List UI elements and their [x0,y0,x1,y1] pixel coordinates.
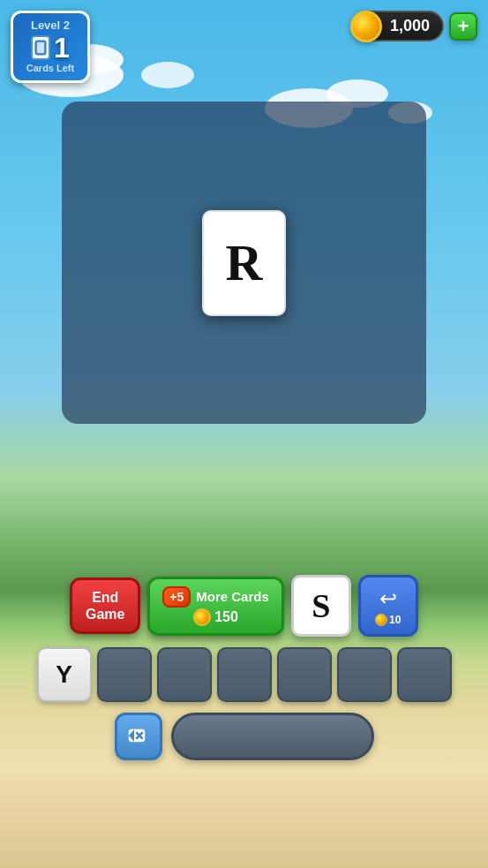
letter-tile-1[interactable] [97,647,152,702]
cards-count: 1 [54,34,70,62]
s-card-letter: S [312,586,330,625]
more-cards-button[interactable]: +5 More Cards 150 [147,577,284,636]
undo-coin-icon [375,614,387,626]
add-coins-button[interactable]: + [449,12,477,41]
undo-icon: ↩ [379,586,397,611]
letter-tile-6[interactable] [397,647,452,702]
end-game-line2: Game [86,607,124,622]
clear-icon [127,725,150,748]
card-icon [31,35,50,60]
end-game-line1: End [92,590,118,605]
undo-cost-value: 10 [389,614,401,626]
bottom-area: End Game +5 More Cards 150 S ↩ 10 [0,568,488,868]
coin-icon [350,11,382,42]
end-game-button[interactable]: End Game [70,577,140,634]
bottom-toolbar [11,713,477,760]
card-letter: R [226,233,263,292]
plus5-badge: +5 [162,586,191,608]
letter-tile-4[interactable] [277,647,332,702]
coin-amount: 1,000 [390,17,430,34]
letter-tile-0[interactable]: Y [37,647,92,702]
s-card-button[interactable]: S [291,575,351,637]
more-cards-cost: 150 [214,609,238,625]
submit-button[interactable] [171,713,374,760]
cloud [141,62,194,88]
coin-pill: 1,000 [356,11,444,42]
cards-left-label: Cards Left [22,63,79,73]
letter-row: Y [11,647,477,702]
more-cards-coin-icon [193,608,211,626]
center-card: R [202,210,286,316]
letter-tile-3[interactable] [217,647,272,702]
undo-button[interactable]: ↩ 10 [358,575,418,637]
letter-tile-5[interactable] [337,647,392,702]
svg-rect-1 [37,42,44,53]
level-badge: Level 2 1 Cards Left [11,11,90,83]
clear-button[interactable] [115,713,162,760]
letter-tile-2[interactable] [157,647,212,702]
level-label: Level 2 [22,19,79,32]
action-row: End Game +5 More Cards 150 S ↩ 10 [11,575,477,637]
level-hud: Level 2 1 Cards Left [11,11,90,83]
coins-display: 1,000 + [356,11,477,42]
more-cards-label: More Cards [196,589,269,604]
card-area: R [62,102,426,424]
